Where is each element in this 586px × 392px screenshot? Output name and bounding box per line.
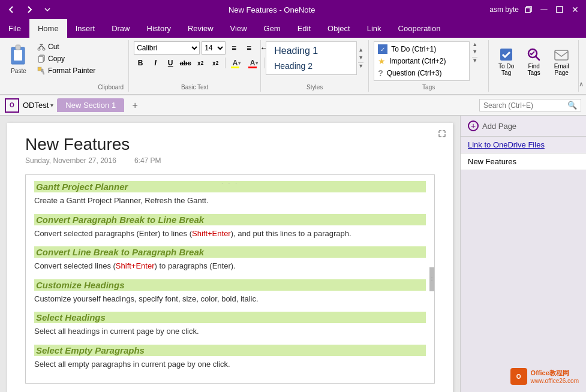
clipboard-small-buttons: Cut Copy Format Painter <box>32 41 98 91</box>
paste-button[interactable]: Paste <box>5 41 32 75</box>
font-color-label: A <box>250 59 256 67</box>
notebook-icon: O <box>5 98 19 113</box>
ribbon-collapse-button[interactable]: ∧ <box>579 80 586 92</box>
resize-right-handle[interactable]: ⋮ <box>429 267 434 291</box>
feature-item-5: Select Empty Paragraphs Select all empty… <box>34 345 426 370</box>
tags-group: ✓ To Do (Ctrl+1) ★ Important (Ctrl+2) ? … <box>369 40 489 92</box>
tags-scroll-down[interactable]: ▼ <box>472 49 477 55</box>
find-tags-button-label: Find Tags <box>528 63 540 76</box>
subscript-button[interactable]: x2 <box>194 56 207 70</box>
todo-tag-button[interactable]: To Do Tag <box>494 44 519 79</box>
shift-enter-2: Shift+Enter <box>116 261 155 270</box>
heading1-style-button[interactable]: Heading 1 <box>269 43 354 59</box>
strikethrough-button[interactable]: abc <box>179 56 192 70</box>
tab-cooperation[interactable]: Cooperation <box>390 19 449 38</box>
styles-dropdown[interactable]: ▼ <box>358 62 363 70</box>
section-tab[interactable]: New Section 1 <box>57 98 124 112</box>
maximize-button[interactable] <box>554 4 566 16</box>
tags-dropdown[interactable]: ▼ <box>472 57 477 64</box>
tab-review[interactable]: Review <box>179 19 222 38</box>
tab-file[interactable]: File <box>0 19 29 38</box>
expand-button[interactable] <box>436 128 448 140</box>
page-date: Sunday, November 27, 2016 <box>25 156 116 165</box>
todo-checkbox-icon: ✓ <box>378 44 387 54</box>
tags-scroll-up[interactable]: ▲ <box>472 41 477 47</box>
find-tags-icon <box>525 46 542 63</box>
question-tag-label: Question (Ctrl+3) <box>387 69 442 77</box>
important-tag-item[interactable]: ★ Important (Ctrl+2) <box>374 55 469 67</box>
tab-history[interactable]: History <box>139 19 179 38</box>
feature-heading-5: Select Empty Paragraphs <box>34 345 426 356</box>
tab-link[interactable]: Link <box>359 19 390 38</box>
bold-button[interactable]: B <box>134 56 147 70</box>
font-family-select[interactable]: Calibri <box>134 41 200 55</box>
tab-object[interactable]: Object <box>319 19 359 38</box>
svg-rect-1 <box>557 7 563 13</box>
todo-tag-icon <box>498 46 515 63</box>
copy-button[interactable]: Copy <box>35 53 98 64</box>
styles-scroll-up[interactable]: ▲ <box>358 47 363 53</box>
resize-dots: · · · <box>221 180 239 186</box>
cut-button[interactable]: Cut <box>35 41 98 52</box>
tab-draw[interactable]: Draw <box>103 19 138 38</box>
quick-access-dropdown[interactable] <box>41 3 54 16</box>
page-item-0[interactable]: New Features <box>461 153 586 170</box>
svg-rect-12 <box>555 50 568 60</box>
italic-button[interactable]: I <box>149 56 162 70</box>
highlight-color-swatch <box>231 67 239 68</box>
minimize-button[interactable]: ─ <box>538 4 550 16</box>
superscript-button[interactable]: x2 <box>209 56 222 70</box>
feature-item-4: Select Headings Select all headings in c… <box>34 312 426 337</box>
shift-enter-1: Shift+Enter <box>192 229 231 238</box>
clipboard-label: Clipboard <box>98 84 124 91</box>
question-tag-item[interactable]: ? Question (Ctrl+3) <box>374 67 469 79</box>
font-color-button[interactable]: A ▾ <box>246 56 262 70</box>
feature-heading-2: Convert Line Break to Paragraph Break <box>34 246 426 258</box>
tab-edit[interactable]: Edit <box>289 19 319 38</box>
add-page-button[interactable]: + Add Page <box>461 116 586 137</box>
username: asm byte <box>489 5 519 14</box>
font-color-dropdown-arrow: ▾ <box>256 61 258 66</box>
add-section-button[interactable]: + <box>128 98 142 113</box>
styles-scroll-down[interactable]: ▼ <box>358 55 363 61</box>
watermark-text: Office教程网 www.office26.com <box>531 369 579 384</box>
content-area: New Features Sunday, November 27, 2016 6… <box>0 116 460 392</box>
page-meta: Sunday, November 27, 2016 6:47 PM <box>25 156 435 165</box>
link-to-onedrive[interactable]: Link to OneDrive Files <box>461 137 586 153</box>
tab-gem[interactable]: Gem <box>256 19 289 38</box>
title-bar-left <box>5 3 54 16</box>
svg-point-6 <box>43 48 45 50</box>
office-logo: O <box>510 368 527 385</box>
heading2-style-button[interactable]: Heading 2 <box>269 59 354 73</box>
resize-handle: · · · <box>26 180 434 186</box>
close-button[interactable]: ✕ <box>569 4 581 16</box>
forward-button[interactable] <box>23 3 36 16</box>
feature-heading-4: Select Headings <box>34 312 426 323</box>
back-button[interactable] <box>5 3 18 16</box>
svg-rect-9 <box>38 67 41 71</box>
main-layout: New Features Sunday, November 27, 2016 6… <box>0 116 586 392</box>
underline-button[interactable]: U <box>164 56 177 70</box>
todo-tag-label: To Do (Ctrl+1) <box>391 45 436 53</box>
ribbon-content: Paste Cut <box>0 38 586 95</box>
tab-insert[interactable]: Insert <box>67 19 104 38</box>
font-size-select[interactable]: 14 <box>202 41 226 55</box>
feature-item-1: Convert Paragraph Break to Line Break Co… <box>34 214 426 240</box>
search-input[interactable] <box>483 101 567 110</box>
todo-tag-item[interactable]: ✓ To Do (Ctrl+1) <box>374 43 469 55</box>
notebook-name[interactable]: ODTest ▾ <box>23 101 53 110</box>
format-painter-label: Format Painter <box>48 67 95 75</box>
email-page-button[interactable]: Email Page <box>549 44 574 79</box>
find-tags-button[interactable]: Find Tags <box>521 44 546 79</box>
svg-rect-0 <box>525 8 530 13</box>
restore-window-button[interactable] <box>522 4 534 16</box>
tab-view[interactable]: View <box>222 19 256 38</box>
search-button[interactable]: 🔍 <box>567 101 577 110</box>
tab-home[interactable]: Home <box>29 19 67 38</box>
list-bullets-button[interactable]: ≡ <box>227 41 241 55</box>
format-painter-button[interactable]: Format Painter <box>35 65 98 76</box>
page-content: New Features Sunday, November 27, 2016 6… <box>7 123 453 392</box>
add-page-label: Add Page <box>482 122 516 131</box>
highlight-color-button[interactable]: A ▾ <box>229 56 244 70</box>
list-numbers-button[interactable]: ≡ <box>242 41 256 55</box>
